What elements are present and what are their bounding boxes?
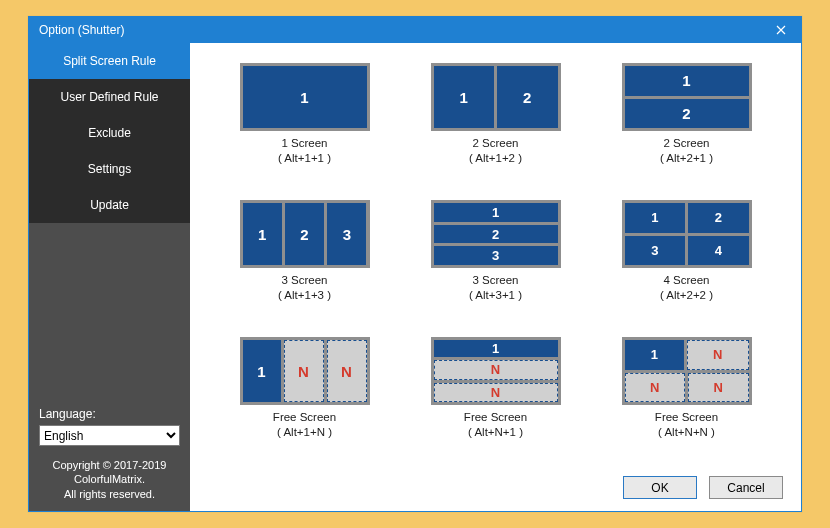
sidebar-item-update[interactable]: Update bbox=[29, 187, 190, 223]
rule-2-screen-1x2[interactable]: 1 2 2 Screen( Alt+1+2 ) bbox=[415, 63, 576, 184]
button-row: OK Cancel bbox=[190, 468, 801, 511]
sidebar: Split Screen Rule User Defined Rule Excl… bbox=[29, 43, 190, 511]
rule-thumb: 1 2 bbox=[431, 63, 561, 131]
rule-free-1xn[interactable]: 1 N N Free Screen( Alt+1+N ) bbox=[224, 337, 385, 458]
window-title: Option (Shutter) bbox=[39, 23, 124, 37]
sidebar-item-label: Split Screen Rule bbox=[63, 54, 156, 68]
copyright-text: Copyright © 2017-2019 ColorfulMatrix. Al… bbox=[39, 458, 180, 501]
rule-grid: 1 1 Screen( Alt+1+1 ) 1 2 2 bbox=[190, 43, 801, 468]
rule-thumb: 1 2 3 bbox=[240, 200, 370, 268]
language-label: Language: bbox=[39, 407, 180, 421]
rule-thumb: 1 N N N bbox=[622, 337, 752, 405]
rule-4-screen-2x2[interactable]: 1 2 3 4 4 Screen( Alt+2+2 ) bbox=[606, 200, 767, 321]
rule-thumb: 1 2 bbox=[622, 63, 752, 131]
rule-2-screen-2x1[interactable]: 1 2 2 Screen( Alt+2+1 ) bbox=[606, 63, 767, 184]
rule-caption: 2 Screen( Alt+1+2 ) bbox=[469, 136, 522, 166]
rule-caption: 1 Screen( Alt+1+1 ) bbox=[278, 136, 331, 166]
rule-thumb: 1 N N bbox=[240, 337, 370, 405]
rule-1-screen[interactable]: 1 1 Screen( Alt+1+1 ) bbox=[224, 63, 385, 184]
rule-free-nx1[interactable]: 1 N N Free Screen( Alt+N+1 ) bbox=[415, 337, 576, 458]
rule-caption: 3 Screen( Alt+1+3 ) bbox=[278, 273, 331, 303]
rule-free-nxn[interactable]: 1 N N N Free Screen( Alt+N+N ) bbox=[606, 337, 767, 458]
cancel-button[interactable]: Cancel bbox=[709, 476, 783, 499]
sidebar-item-user-defined-rule[interactable]: User Defined Rule bbox=[29, 79, 190, 115]
sidebar-footer: Language: English Copyright © 2017-2019 … bbox=[29, 399, 190, 511]
rule-thumb: 1 bbox=[240, 63, 370, 131]
rule-3-screen-3x1[interactable]: 1 2 3 3 Screen( Alt+3+1 ) bbox=[415, 200, 576, 321]
rule-caption: 4 Screen( Alt+2+2 ) bbox=[660, 273, 713, 303]
sidebar-item-label: User Defined Rule bbox=[60, 90, 158, 104]
rule-caption: 2 Screen( Alt+2+1 ) bbox=[660, 136, 713, 166]
titlebar: Option (Shutter) bbox=[29, 17, 801, 43]
rule-thumb: 1 2 3 4 bbox=[622, 200, 752, 268]
sidebar-item-exclude[interactable]: Exclude bbox=[29, 115, 190, 151]
rule-caption: 3 Screen( Alt+3+1 ) bbox=[469, 273, 522, 303]
language-select[interactable]: English bbox=[39, 425, 180, 446]
sidebar-item-label: Update bbox=[90, 198, 129, 212]
sidebar-item-label: Settings bbox=[88, 162, 131, 176]
rule-thumb: 1 2 3 bbox=[431, 200, 561, 268]
close-button[interactable] bbox=[761, 17, 801, 43]
sidebar-item-split-screen-rule[interactable]: Split Screen Rule bbox=[29, 43, 190, 79]
rule-caption: Free Screen( Alt+N+N ) bbox=[655, 410, 718, 440]
rule-thumb: 1 N N bbox=[431, 337, 561, 405]
option-window: Option (Shutter) Split Screen Rule User … bbox=[28, 16, 802, 512]
rule-caption: Free Screen( Alt+N+1 ) bbox=[464, 410, 527, 440]
ok-button[interactable]: OK bbox=[623, 476, 697, 499]
rule-caption: Free Screen( Alt+1+N ) bbox=[273, 410, 336, 440]
close-icon bbox=[776, 25, 786, 35]
rule-3-screen-1x3[interactable]: 1 2 3 3 Screen( Alt+1+3 ) bbox=[224, 200, 385, 321]
sidebar-item-settings[interactable]: Settings bbox=[29, 151, 190, 187]
main-panel: 1 1 Screen( Alt+1+1 ) 1 2 2 bbox=[190, 43, 801, 511]
sidebar-item-label: Exclude bbox=[88, 126, 131, 140]
